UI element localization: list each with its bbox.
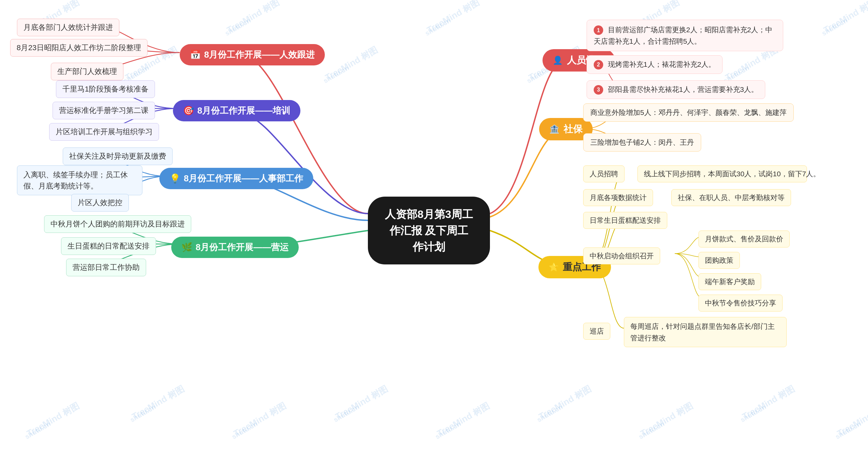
shebao-item-1: 商业意外险增加5人：邓丹丹、何泽宇、颜春荣、龙飘、施建萍 — [583, 103, 794, 122]
zhongdian-sub-renyuan: 人员招聘 — [583, 165, 625, 182]
leaf-renshi-2: 入离职、续签手续办理；员工休假、月底考勤统计等。 — [17, 165, 142, 195]
watermark-b2: shutu.cn — [24, 420, 52, 441]
leaf-peixun-3: 片区培训工作开展与组织学习 — [49, 123, 159, 141]
watermark-b14: shutu.cn — [637, 420, 666, 441]
center-node: 人资部8月第3周工作汇报 及下周工作计划 — [368, 197, 490, 264]
watermark-b18: shutu.cn — [834, 420, 863, 441]
shebao-item-2: 三险增加包子铺2人：闵丹、王丹 — [583, 133, 701, 152]
shebao-icon: 🏦 — [549, 124, 559, 134]
peixun-icon: 🎯 — [183, 105, 194, 116]
leaf-renxiao-3: 生产部门人效梳理 — [51, 63, 123, 80]
watermark-7: TreeMind 树图 — [323, 44, 380, 83]
watermark-b4: shutu.cn — [129, 403, 157, 424]
watermark-b16: shutu.cn — [739, 403, 768, 424]
leaf-renshi-3: 片区人效把控 — [71, 194, 129, 212]
zhongdian-sub-zhongqiu: 中秋启动会组织召开 — [583, 247, 660, 264]
renshi-label: 8月份工作开展——人事部工作 — [184, 173, 303, 184]
leaf-peixun-1: 千里马1阶段预备考核准备 — [56, 80, 155, 98]
watermark-18: shutu.cn — [821, 17, 849, 38]
zhongdian-desc-shuju: 社保、在职人员、中层考勤核对等 — [671, 189, 791, 206]
watermark-b8: shutu.cn — [332, 403, 361, 424]
leaf-renshi-1: 社保关注及时异动更新及缴费 — [63, 147, 173, 165]
zhongdian-sub-shengri: 日常生日蛋糕配送安排 — [583, 212, 667, 229]
watermark-b11: TreeMind 树图 — [537, 383, 594, 422]
peixun-label: 8月份工作开展——培训 — [197, 105, 290, 117]
branch-renshi: 💡 8月份工作开展——人事部工作 — [159, 168, 313, 189]
zhongdian-sub-shuju: 月底各项数据统计 — [583, 189, 653, 206]
watermark-b13: TreeMind 树图 — [638, 400, 695, 439]
watermark-9: TreeMind 树图 — [425, 0, 482, 36]
zhongdian-desc-xundian: 每周巡店，针对问题点群里告知各店长/部门主管进行整改 — [624, 317, 787, 347]
renyuan-item-3: 3 邵阳县需尽快补充裱花1人，营运需要补充3人。 — [587, 80, 765, 99]
watermark-8: shutu.cn — [322, 64, 351, 85]
yingyun-icon: 🌿 — [181, 242, 192, 253]
yingyun-label: 8月份工作开展——营运 — [196, 241, 289, 253]
shebao-label: 社保 — [564, 123, 583, 136]
watermark-b9: TreeMind 树图 — [435, 400, 492, 439]
zhongqiu-sub-4: 中秋节令售价技巧分享 — [698, 295, 783, 312]
watermark-b7: TreeMind 树图 — [333, 383, 390, 422]
renyuan-icon: 👤 — [553, 56, 563, 65]
renyuan-item-2: 2 现烤需补充1人；裱花需补充2人。 — [587, 55, 723, 74]
renxiao-icon: 📅 — [190, 49, 201, 60]
watermark-b12: shutu.cn — [536, 403, 564, 424]
branch-yingyun: 🌿 8月份工作开展——营运 — [171, 237, 299, 258]
watermark-b15: TreeMind 树图 — [740, 383, 797, 422]
zhongdian-desc-renyuan: 线上线下同步招聘，本周面试30人，试岗10，留下7人。 — [637, 165, 807, 182]
watermark-5: TreeMind 树图 — [225, 0, 282, 36]
leaf-renxiao-2: 8月23日昭阳店人效工作坊二阶段整理 — [10, 39, 147, 57]
renxiao-label: 8月份工作开展——人效跟进 — [204, 49, 315, 61]
zhongdian-icon: ⭐ — [549, 262, 559, 272]
watermark-17: TreeMind 树图 — [822, 0, 868, 36]
watermark-b6: shutu.cn — [231, 420, 259, 441]
leaf-peixun-2: 营运标准化手册学习第二课 — [53, 102, 155, 119]
watermark-b5: TreeMind 树图 — [232, 400, 289, 439]
zhongqiu-sub-3: 端午新客户奖励 — [698, 273, 761, 290]
watermark-b3: TreeMind 树图 — [130, 383, 187, 422]
branch-renxiao: 📅 8月份工作开展——人效跟进 — [180, 44, 325, 65]
leaf-renxiao-1: 月底各部门人效统计并跟进 — [17, 19, 119, 36]
branch-peixun: 🎯 8月份工作开展——培训 — [173, 100, 300, 121]
watermark-b17: TreeMind 树图 — [835, 400, 868, 439]
watermark-b1: TreeMind 树图 — [25, 400, 82, 439]
watermark-b10: shutu.cn — [434, 420, 462, 441]
leaf-yingyun-3: 营运部日常工作协助 — [66, 259, 146, 276]
renshi-icon: 💡 — [170, 173, 180, 184]
watermark-6: shutu.cn — [224, 17, 252, 38]
leaf-yingyun-1: 中秋月饼个人团购的前期拜访及目标跟进 — [44, 215, 191, 233]
zhongqiu-sub-1: 月饼款式、售价及回款价 — [698, 231, 790, 247]
renyuan-item-1: 1 目前营运部广场店需更换2人；昭阳店需补充2人；中天店需补充1人，合计需招聘5… — [587, 20, 783, 51]
leaf-yingyun-2: 生日蛋糕的日常配送安排 — [61, 237, 156, 255]
zhongqiu-sub-2: 团购政策 — [698, 252, 740, 269]
zhongdian-sub-xundian: 巡店 — [583, 323, 610, 340]
watermark-10: shutu.cn — [424, 17, 452, 38]
